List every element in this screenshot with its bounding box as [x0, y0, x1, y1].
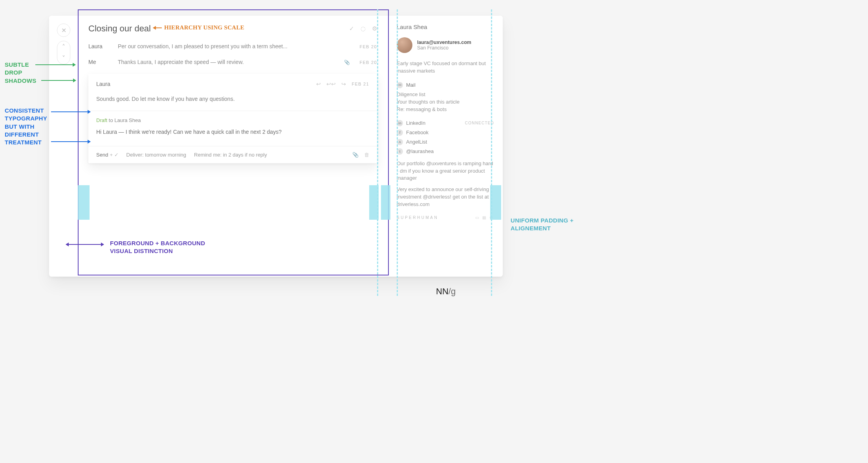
contact-sidebar: Laura Shea laura@uxventures.com San Fran…	[397, 24, 494, 220]
open-message-card: Laura ↩ ↩↩ ↪ FEB 21 Sounds good. Do let …	[88, 74, 377, 163]
social-twitter[interactable]: t @laurashea	[397, 147, 494, 156]
delete-draft-icon[interactable]: 🗑	[364, 152, 369, 158]
annotation-padding: UNIFORM PADDING + ALIGNEMENT	[511, 217, 573, 233]
arrow-purple	[66, 244, 104, 245]
mail-item[interactable]: Your thoughts on this article	[397, 98, 494, 106]
message-row[interactable]: Laura Per our conversation, I am pleased…	[88, 43, 377, 49]
arrow-green-1	[35, 64, 75, 65]
arrow-blue-2	[51, 141, 90, 142]
social-angellist[interactable]: A AngelList	[397, 137, 494, 147]
social-feed: Our portfolio @uxventures is ramping har…	[397, 160, 494, 208]
message-date: FEB 20	[359, 60, 377, 65]
feed-item: Very excited to announce our self-drivin…	[397, 186, 494, 208]
mail-item[interactable]: Re: messaging & bots	[397, 106, 494, 113]
chevron-down-icon[interactable]: ˅	[62, 55, 65, 62]
thread-title: Closing our deal	[88, 24, 151, 34]
arrow-orange	[153, 27, 162, 28]
contact-email[interactable]: laura@uxventures.com	[417, 40, 471, 45]
forward-icon[interactable]: ↪	[341, 81, 346, 87]
nav-up-down[interactable]: ˄ ˅	[57, 41, 70, 64]
message-preview: Thanks Laura, I appreciate the speed — w…	[118, 59, 336, 65]
send-bar: Send + ✓ Deliver: tomorrow morning Remin…	[88, 146, 377, 163]
mark-done-icon[interactable]: ✓	[349, 25, 354, 32]
attachment-icon: 📎	[344, 60, 350, 65]
deliver-schedule[interactable]: Deliver: tomorrow morning	[126, 152, 186, 158]
nng-attribution: NN/g	[436, 286, 456, 297]
message-body: Sounds good. Do let me know if you have …	[96, 96, 369, 111]
linkedin-icon: in	[397, 120, 403, 126]
left-gutter: ✕ ˄ ˅	[57, 24, 73, 64]
mail-list: Diligence list Your thoughts on this art…	[397, 91, 494, 113]
footer-icons[interactable]: ▭ ▤ ⚙	[475, 215, 494, 220]
chevron-up-icon[interactable]: ˄	[62, 43, 65, 51]
snooze-icon[interactable]: ◌	[361, 25, 366, 32]
reply-all-icon[interactable]: ↩↩	[326, 81, 336, 87]
remind-schedule[interactable]: Remind me: in 2 days if no reply	[194, 152, 267, 158]
social-facebook[interactable]: f Facebook	[397, 128, 494, 137]
message-date: FEB 20	[359, 44, 377, 49]
avatar	[397, 37, 412, 53]
message-date: FEB 21	[352, 82, 369, 86]
contact-bio: Early stage VC focused on dormant but ma…	[397, 60, 494, 75]
contact-name: Laura Shea	[397, 24, 494, 30]
close-icon[interactable]: ✕	[57, 24, 70, 37]
reply-icon[interactable]: ↩	[316, 81, 321, 87]
social-linkedin[interactable]: in LinkedIn CONNECTED	[397, 118, 494, 128]
send-button[interactable]: Send + ✓	[96, 152, 119, 158]
annotation-shadows: SUBTLE DROP SHADOWS	[5, 61, 36, 85]
connected-badge: CONNECTED	[465, 121, 494, 125]
message-row[interactable]: Me Thanks Laura, I appreciate the speed …	[88, 59, 377, 65]
thread-actions: ✓ ◌ ⚙	[349, 25, 377, 32]
feed-item: Our portfolio @uxventures is ramping har…	[397, 160, 494, 182]
brand-footer: SUPERHUMAN ▭ ▤ ⚙	[397, 215, 494, 220]
mail-item[interactable]: Diligence list	[397, 91, 494, 98]
mail-icon: ✉	[397, 82, 403, 88]
mail-section-head: ✉ Mail	[397, 82, 494, 88]
angellist-icon: A	[397, 139, 403, 145]
arrow-green-2	[41, 80, 76, 81]
settings-icon[interactable]: ⚙	[372, 25, 377, 32]
sender-name: Me	[88, 59, 110, 65]
attach-icon[interactable]: 📎	[352, 152, 359, 158]
arrow-blue-1	[51, 111, 90, 112]
message-preview: Per our conversation, I am pleased to pr…	[118, 43, 352, 49]
draft-recipient: Laura Shea	[114, 117, 141, 123]
draft-label: Draft	[96, 117, 107, 123]
contact-location: San Francisco	[417, 45, 471, 51]
annotation-hierarchy: HIERARCHY USING SCALE	[164, 24, 244, 31]
twitter-icon: t	[397, 148, 403, 155]
sender-name: Laura	[96, 81, 110, 87]
draft-area[interactable]: Draft to Laura Shea Hi Laura — I think w…	[96, 111, 369, 140]
sender-name: Laura	[88, 43, 110, 49]
draft-body[interactable]: Hi Laura — I think we're ready! Can we h…	[96, 129, 369, 135]
draft-to-prefix: to	[107, 117, 114, 123]
annotation-typography: CONSISTENT TYPOGRAPHY BUT WITH DIFFERENT…	[5, 107, 47, 146]
annotation-fg-bg: FOREGROUND + BACKGROUND VISUAL DISTINCTI…	[110, 239, 205, 255]
facebook-icon: f	[397, 129, 403, 136]
